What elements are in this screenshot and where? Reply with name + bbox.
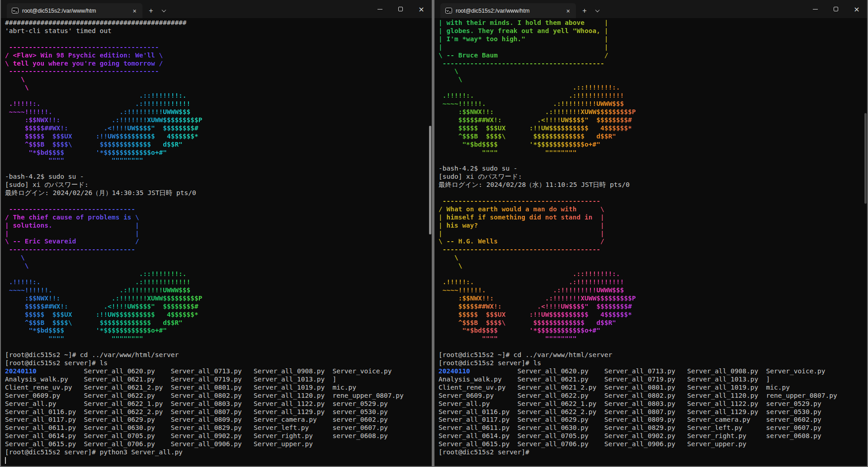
fortune-quote-baum: | with their minds. I hold them above ||… <box>439 19 608 67</box>
ascii-art-logo: .::!!!!!!!:. .!!!!!:. .:!!!!!!!!!!!! ~~~… <box>439 84 636 157</box>
shell-prompt: [root@dic515s2 server]# <box>439 448 529 457</box>
tab-dropdown-chevron-icon[interactable] <box>591 3 603 18</box>
terminal-window-left: root@dic515s2:/var/www/htm × + × #######… <box>1 0 432 466</box>
new-tab-button[interactable]: + <box>578 3 591 18</box>
fortune-quote-flav: --------------------------------------/ … <box>5 43 163 76</box>
terminal-screen[interactable]: ########################################… <box>1 18 432 465</box>
terminal-cursor <box>5 457 6 464</box>
close-button[interactable]: × <box>411 0 432 18</box>
tab-dropdown-chevron-icon[interactable] <box>158 3 170 18</box>
file-listing: 20240110 Server_all_0620.py Server_all_0… <box>5 367 404 448</box>
scrollbar-thumb[interactable] <box>429 126 431 234</box>
maximize-button[interactable] <box>826 0 846 18</box>
directory-entry: 20240110 <box>439 367 518 375</box>
tab-title: root@dic515s2:/var/www/htm <box>22 8 127 14</box>
maximize-button[interactable] <box>390 0 411 18</box>
tab-close-icon[interactable]: × <box>131 7 138 14</box>
directory-entry: 20240110 <box>5 367 84 375</box>
fortune-quote-wells: ----------------------------------------… <box>439 197 604 254</box>
close-button[interactable]: × <box>846 0 867 18</box>
minimize-button[interactable] <box>805 0 826 18</box>
titlebar[interactable]: root@dic515s2:/var/www/htm × + × <box>1 0 432 18</box>
tab-close-icon[interactable]: × <box>565 7 572 14</box>
cow-tail: \ \ <box>439 67 462 84</box>
cow-tail: \ \ <box>439 254 462 270</box>
fortune-quote-sevareid: --------------------------------/ The ch… <box>5 205 139 254</box>
ascii-art-logo: .::!!!!!!!:. .!!!!!:. .:!!!!!!!!!!!! ~~~… <box>439 270 636 343</box>
ascii-art-logo: .::!!!!!!!:. .!!!!!:. .:!!!!!!!!!!!! ~~~… <box>5 270 203 343</box>
terminal-screen[interactable]: | with their minds. I hold them above ||… <box>434 18 867 457</box>
motd-header: ########################################… <box>5 19 187 43</box>
tab-title: root@dic515s2:/var/www/htm <box>456 8 561 14</box>
shell-session-sudo: -bash-4.2$ sudo su -[sudo] xi のパスワード:最終ロ… <box>439 157 630 197</box>
cmd-terminal-icon <box>445 8 452 14</box>
cmd-terminal-icon <box>12 8 19 14</box>
shell-commands: [root@dic515s2 ~]# cd ../var/www/html/se… <box>439 343 612 367</box>
titlebar[interactable]: root@dic515s2:/var/www/htm × + × <box>434 0 867 18</box>
cow-tail: \ \ <box>5 76 28 92</box>
run-command: [root@dic515s2 server]# python3 Server_a… <box>5 448 183 457</box>
cow-tail: \ \ <box>5 254 28 270</box>
terminal-tab[interactable]: root@dic515s2:/var/www/htm × <box>440 3 576 18</box>
shell-session-sudo: -bash-4.2$ sudo su -[sudo] xi のパスワード:最終ロ… <box>5 165 196 205</box>
shell-commands: [root@dic515s2 ~]# cd ../var/www/html/se… <box>5 343 179 367</box>
file-listing: 20240110 Server_all_0620.py Server_all_0… <box>439 367 837 448</box>
terminal-window-right: root@dic515s2:/var/www/htm × + × | with … <box>434 0 867 466</box>
terminal-tab[interactable]: root@dic515s2:/var/www/htm × <box>7 3 142 18</box>
ascii-art-logo: .::!!!!!!!:. .!!!!!:. .:!!!!!!!!!!!! ~~~… <box>5 92 203 165</box>
cursor-line <box>5 457 6 465</box>
new-tab-button[interactable]: + <box>144 3 158 18</box>
minimize-button[interactable] <box>369 0 390 18</box>
scrollbar-thumb[interactable] <box>864 113 867 204</box>
